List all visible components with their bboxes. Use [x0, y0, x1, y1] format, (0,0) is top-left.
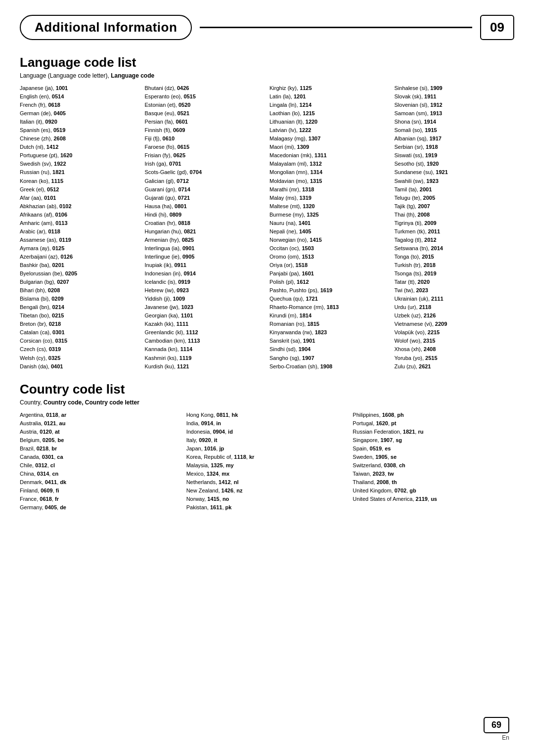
- country-entry: Argentina, 0118, ar: [20, 411, 181, 419]
- country-col-1: Hong Kong, 0811, hkIndia, 0914, inIndone…: [186, 411, 353, 512]
- language-entry: Italian (it), 0920: [20, 118, 140, 126]
- country-entry: Australia, 0121, au: [20, 419, 181, 428]
- language-entry: Frisian (fy), 0625: [145, 151, 265, 160]
- country-entry: India, 0914, in: [186, 419, 348, 428]
- language-entry: Bislama (bi), 0209: [20, 295, 140, 303]
- language-entry: Panjabi (pa), 1601: [269, 269, 390, 278]
- language-entry: Romanian (ro), 1815: [269, 320, 390, 328]
- language-entry: Dutch (nl), 1412: [20, 143, 140, 151]
- language-entry: Maori (mi), 1309: [269, 143, 390, 151]
- language-entry: Georgian (ka), 1101: [145, 311, 265, 320]
- language-entry: Czech (cs), 0319: [20, 345, 140, 354]
- language-entry: Pashto, Pushto (ps), 1619: [269, 286, 390, 295]
- language-entry: Samoan (sm), 1913: [395, 109, 515, 118]
- country-section-subtitle: Country, Country code, Country code lett…: [20, 399, 514, 406]
- language-entry: Siswati (ss), 1919: [395, 151, 515, 160]
- country-entry: Switzerland, 0308, ch: [353, 461, 514, 470]
- language-entry: Afrikaans (af), 0106: [20, 211, 140, 219]
- language-entry: Rhaeto-Romance (rm), 1813: [269, 303, 390, 311]
- language-entry: Javanese (jw), 1023: [145, 303, 265, 311]
- language-entry: Bhutani (dz), 0426: [145, 84, 265, 92]
- language-entry: Interlingua (ia), 0901: [145, 244, 265, 253]
- language-subtitle-bold: Language code: [111, 72, 154, 79]
- language-entry: Guarani (gn), 0714: [145, 185, 265, 194]
- language-entry: Esperanto (eo), 0515: [145, 92, 265, 101]
- language-entry: Tajik (tg), 2007: [395, 202, 515, 211]
- page-number: 09: [480, 15, 514, 40]
- language-entry: Slovenian (sl), 1912: [395, 101, 515, 109]
- footer-lang: En: [502, 734, 509, 741]
- language-columns: Japanese (ja), 1001English (en), 0514Fre…: [20, 84, 514, 371]
- language-col-1: Bhutani (dz), 0426Esperanto (eo), 0515Es…: [145, 84, 270, 371]
- language-entry: Tsonga (ts), 2019: [395, 269, 515, 278]
- country-entry: France, 0618, fr: [20, 495, 181, 503]
- language-entry: Thai (th), 2008: [395, 211, 515, 219]
- language-entry: Portuguese (pt), 1620: [20, 151, 140, 160]
- language-entry: Hindi (hi), 0809: [145, 211, 265, 219]
- language-entry: Catalan (ca), 0301: [20, 328, 140, 337]
- country-entry: Spain, 0519, es: [353, 445, 514, 453]
- language-entry: Oromo (om), 1513: [269, 253, 390, 261]
- language-entry: Wolof (wo), 2315: [395, 337, 515, 345]
- country-entry: Sweden, 1905, se: [353, 453, 514, 461]
- language-entry: Uzbek (uz), 2126: [395, 311, 515, 320]
- language-entry: Aymara (ay), 0125: [20, 244, 140, 253]
- language-entry: Greek (el), 0512: [20, 185, 140, 194]
- language-entry: Corsican (co), 0315: [20, 337, 140, 345]
- language-entry: Indonesian (in), 0914: [145, 269, 265, 278]
- language-section-subtitle: Language (Language code letter), Languag…: [20, 72, 514, 79]
- language-entry: Tagalog (tl), 2012: [395, 236, 515, 244]
- language-entry: Quechua (qu), 1721: [269, 295, 390, 303]
- language-entry: Xhosa (xh), 2408: [395, 345, 515, 354]
- language-entry: Inupiak (ik), 0911: [145, 261, 265, 269]
- header-left: Additional Information: [20, 15, 192, 40]
- language-col-0: Japanese (ja), 1001English (en), 0514Fre…: [20, 84, 145, 371]
- language-entry: Oriya (or), 1518: [269, 261, 390, 269]
- language-entry: Hausa (ha), 0801: [145, 202, 265, 211]
- language-entry: Lingala (ln), 1214: [269, 101, 390, 109]
- language-entry: Turkmen (tk), 2011: [395, 227, 515, 236]
- language-entry: Hebrew (iw), 0923: [145, 286, 265, 295]
- language-entry: Yoruba (yo), 2515: [395, 354, 515, 362]
- footer-page-number: 69: [484, 717, 509, 733]
- country-entry: Hong Kong, 0811, hk: [186, 411, 348, 419]
- country-entry: Korea, Republic of, 1118, kr: [186, 453, 348, 461]
- country-entry: Italy, 0920, it: [186, 436, 348, 445]
- country-entry: United Kingdom, 0702, gb: [353, 487, 514, 495]
- language-entry: Malayalam (ml), 1312: [269, 160, 390, 168]
- language-entry: Korean (ko), 1115: [20, 177, 140, 185]
- language-entry: Fiji (fj), 0610: [145, 134, 265, 143]
- language-entry: Yiddish (ji), 1009: [145, 295, 265, 303]
- language-entry: Lithuanian (lt), 1220: [269, 118, 390, 126]
- language-entry: Kirundi (rn), 1814: [269, 311, 390, 320]
- page: Additional Information 09 Language code …: [0, 0, 534, 756]
- country-entry: Singapore, 1907, sg: [353, 436, 514, 445]
- language-entry: Hungarian (hu), 0821: [145, 227, 265, 236]
- country-section: Country code list Country, Country code,…: [20, 382, 514, 512]
- country-entry: Indonesia, 0904, id: [186, 428, 348, 436]
- language-entry: Kazakh (kk), 1111: [145, 320, 265, 328]
- language-entry: Malagasy (mg), 1307: [269, 134, 390, 143]
- language-entry: Shona (sn), 1914: [395, 118, 515, 126]
- language-entry: Bihari (bh), 0208: [20, 286, 140, 295]
- language-entry: Vietnamese (vi), 2209: [395, 320, 515, 328]
- country-entry: Thailand, 2008, th: [353, 478, 514, 487]
- language-section-title: Language code list: [20, 55, 514, 70]
- language-entry: Marathi (mr), 1318: [269, 185, 390, 194]
- language-entry: Afar (aa), 0101: [20, 194, 140, 202]
- language-entry: Byelorussian (be), 0205: [20, 269, 140, 278]
- language-entry: Zulu (zu), 2621: [395, 362, 515, 371]
- language-entry: Estonian (et), 0520: [145, 101, 265, 109]
- language-entry: Abkhazian (ab), 0102: [20, 202, 140, 211]
- language-entry: Nauru (na), 1401: [269, 219, 390, 227]
- language-entry: Sundanese (su), 1921: [395, 168, 515, 177]
- language-entry: Tatar (tt), 2020: [395, 278, 515, 286]
- language-entry: Norwegian (no), 1415: [269, 236, 390, 244]
- section-title-badge: Additional Information: [20, 15, 192, 40]
- language-entry: Serbian (sr), 1918: [395, 143, 515, 151]
- language-entry: Greenlandic (kl), 1112: [145, 328, 265, 337]
- country-section-title: Country code list: [20, 382, 514, 397]
- language-entry: Azerbaijani (az), 0126: [20, 253, 140, 261]
- language-entry: Sangho (sg), 1907: [269, 354, 390, 362]
- language-entry: Croatian (hr), 0818: [145, 219, 265, 227]
